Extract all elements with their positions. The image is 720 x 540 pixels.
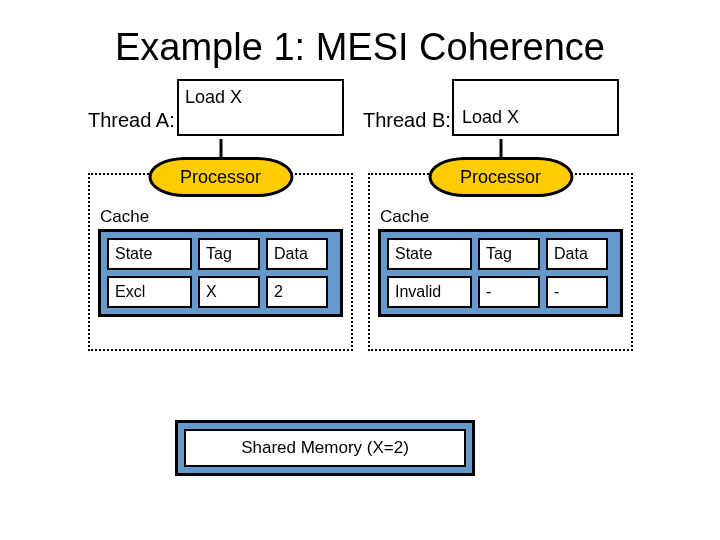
- cache-b-tag: -: [478, 276, 540, 308]
- cache-a-state: Excl: [107, 276, 192, 308]
- table-row: State Tag Data: [387, 238, 614, 270]
- processor-label: Processor: [180, 167, 261, 188]
- col-tag-header: Tag: [198, 238, 260, 270]
- cache-b-state: Invalid: [387, 276, 472, 308]
- thread-ops-area: Thread A: Load X Thread B: Load X: [0, 79, 720, 149]
- cache-b-data: -: [546, 276, 608, 308]
- processor-a-pill: Processor: [148, 157, 293, 197]
- table-row: Excl X 2: [107, 276, 334, 308]
- connector-line: [219, 139, 222, 159]
- col-data-header: Data: [546, 238, 608, 270]
- col-state-header: State: [387, 238, 472, 270]
- cache-b-table: State Tag Data Invalid - -: [378, 229, 623, 317]
- col-tag-header: Tag: [478, 238, 540, 270]
- cache-a-data: 2: [266, 276, 328, 308]
- thread-b-op-box: Load X: [452, 79, 619, 136]
- cache-a-table: State Tag Data Excl X 2: [98, 229, 343, 317]
- shared-memory-box: Shared Memory (X=2): [175, 420, 475, 476]
- processor-b-pill: Processor: [428, 157, 573, 197]
- thread-a-op: Load X: [185, 87, 336, 108]
- slide-title: Example 1: MESI Coherence: [0, 0, 720, 79]
- connector-line: [499, 139, 502, 159]
- cache-a-tag: X: [198, 276, 260, 308]
- thread-a-label: Thread A:: [88, 109, 175, 132]
- shared-memory-label: Shared Memory (X=2): [184, 429, 466, 467]
- processor-label: Processor: [460, 167, 541, 188]
- processor-a-block: Processor Cache State Tag Data Excl X 2: [88, 173, 353, 351]
- processor-b-block: Processor Cache State Tag Data Invalid -…: [368, 173, 633, 351]
- table-row: Invalid - -: [387, 276, 614, 308]
- thread-b-label: Thread B:: [363, 109, 451, 132]
- processors-area: Processor Cache State Tag Data Excl X 2 …: [0, 149, 720, 364]
- col-state-header: State: [107, 238, 192, 270]
- thread-b-op: Load X: [462, 107, 611, 128]
- col-data-header: Data: [266, 238, 328, 270]
- thread-a-op-box: Load X: [177, 79, 344, 136]
- cache-b-label: Cache: [380, 207, 623, 227]
- cache-a-label: Cache: [100, 207, 343, 227]
- table-row: State Tag Data: [107, 238, 334, 270]
- shared-memory-outer: Shared Memory (X=2): [175, 420, 475, 476]
